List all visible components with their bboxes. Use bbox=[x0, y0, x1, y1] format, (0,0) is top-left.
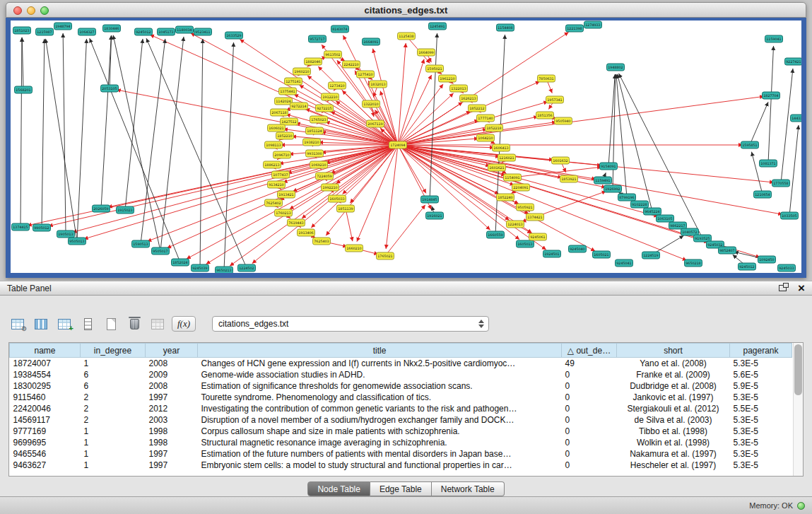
network-edge-black[interactable] bbox=[750, 102, 768, 145]
network-node[interactable]: 1224013 bbox=[507, 221, 524, 228]
network-node[interactable]: 7850631 bbox=[538, 75, 555, 82]
table-row[interactable]: 946554611997Estimation of the future num… bbox=[10, 448, 792, 460]
network-edge-red[interactable] bbox=[398, 145, 546, 250]
network-node[interactable]: 1443358 bbox=[791, 115, 802, 122]
network-node[interactable]: 1660210 bbox=[346, 245, 363, 252]
network-node[interactable]: 1992210 bbox=[322, 184, 339, 191]
network-node[interactable]: 1595021 bbox=[426, 65, 444, 72]
network-node[interactable]: 1081371 bbox=[760, 160, 777, 167]
network-edge-black[interactable] bbox=[495, 35, 505, 235]
network-node[interactable]: 1224502 bbox=[238, 264, 256, 271]
network-node[interactable]: 1765021 bbox=[377, 252, 394, 259]
network-node[interactable]: 1274933 bbox=[584, 21, 602, 28]
network-node[interactable]: 1915023 bbox=[117, 206, 134, 214]
network-edge-red[interactable] bbox=[398, 145, 782, 214]
new-table-icon[interactable] bbox=[102, 315, 120, 333]
network-node[interactable]: 1851023 bbox=[13, 27, 31, 34]
network-node[interactable]: 1852024 bbox=[172, 259, 189, 266]
network-node[interactable]: 7224059 bbox=[316, 173, 334, 180]
network-node[interactable]: 1961210 bbox=[439, 75, 457, 82]
network-edge-black[interactable] bbox=[146, 38, 247, 268]
network-node[interactable]: 1215987 bbox=[36, 28, 54, 35]
network-node[interactable]: 1724094 bbox=[389, 141, 407, 148]
network-edge-black[interactable] bbox=[768, 46, 774, 163]
network-node[interactable]: 9650218 bbox=[685, 259, 702, 267]
network-edge-red[interactable] bbox=[398, 59, 424, 145]
network-node[interactable]: 1664091 bbox=[363, 38, 380, 45]
network-node[interactable]: 1159041 bbox=[765, 35, 783, 42]
network-edge-red[interactable] bbox=[512, 167, 601, 177]
delete-table-icon[interactable] bbox=[125, 315, 143, 333]
network-node[interactable]: 1064327 bbox=[78, 28, 96, 35]
network-node[interactable]: 1077437 bbox=[272, 171, 290, 178]
network-canvas[interactable]: 1724094185102312159871948794106432718304… bbox=[6, 18, 806, 278]
network-node[interactable]: 2204091 bbox=[512, 184, 530, 191]
network-node[interactable]: 1033505 bbox=[781, 212, 799, 219]
network-node[interactable]: 9505940 bbox=[555, 117, 572, 124]
network-node[interactable]: 9572717 bbox=[309, 35, 326, 42]
network-node[interactable]: 1664099 bbox=[418, 49, 435, 56]
float-panel-icon[interactable] bbox=[779, 285, 787, 291]
function-builder-button[interactable]: f(x) bbox=[172, 315, 196, 333]
network-node[interactable]: 9245033 bbox=[778, 264, 796, 271]
network-edge-red[interactable] bbox=[398, 84, 443, 145]
network-node[interactable]: 1924501 bbox=[543, 250, 561, 257]
network-edge-red[interactable] bbox=[147, 145, 398, 241]
network-node[interactable]: 1275141 bbox=[285, 78, 302, 85]
network-node[interactable]: 9245041 bbox=[616, 259, 633, 267]
network-node[interactable]: 1913421 bbox=[278, 191, 295, 198]
network-node[interactable]: 1851356 bbox=[536, 112, 554, 119]
table-row[interactable]: 1872400712008Changes of HCN gene express… bbox=[10, 358, 792, 370]
table-row[interactable]: 969969511998Structural magnetic resonanc… bbox=[10, 437, 792, 448]
table-row[interactable]: 1938455462009Genome-wide association stu… bbox=[10, 369, 792, 380]
network-node[interactable]: 1224519 bbox=[642, 252, 660, 259]
network-node[interactable]: 9650213 bbox=[216, 267, 233, 273]
network-edge-red[interactable] bbox=[187, 145, 398, 259]
network-node[interactable]: 9245040 bbox=[569, 245, 587, 252]
network-node[interactable]: 7625402 bbox=[265, 199, 283, 206]
import-table-icon[interactable] bbox=[148, 315, 167, 333]
network-node[interactable]: 1852218 bbox=[486, 124, 503, 132]
network-edge-black[interactable] bbox=[616, 74, 627, 197]
network-node[interactable]: 1322013 bbox=[450, 85, 468, 92]
network-node[interactable]: 1069210 bbox=[310, 161, 328, 168]
network-node[interactable]: 1374421 bbox=[526, 214, 544, 221]
network-edge-black[interactable] bbox=[617, 74, 652, 211]
close-panel-icon[interactable]: × bbox=[798, 282, 805, 294]
network-node[interactable]: 9245012 bbox=[739, 263, 756, 270]
network-node[interactable]: 1852212 bbox=[469, 105, 486, 112]
network-node[interactable]: 9905012 bbox=[33, 224, 51, 231]
network-node[interactable]: 1777140 bbox=[477, 115, 495, 122]
network-node[interactable]: 8143074 bbox=[331, 25, 349, 33]
column-header-out_degree[interactable]: △ out_de… bbox=[562, 344, 617, 358]
network-edge-black[interactable] bbox=[46, 39, 77, 241]
table-row[interactable]: 911546021997Tourette syndrome. Phenomeno… bbox=[10, 392, 792, 403]
network-node[interactable]: 1760213 bbox=[275, 209, 293, 216]
network-node[interactable]: 7619443 bbox=[288, 219, 305, 226]
network-edge-black[interactable] bbox=[141, 39, 165, 244]
network-node[interactable]: 1273410 bbox=[329, 82, 346, 89]
network-edge-red[interactable] bbox=[398, 122, 556, 145]
table-row[interactable]: 1456911722003Disruption of a novel membe… bbox=[10, 414, 792, 426]
column-header-pagerank[interactable]: pagerank bbox=[730, 344, 792, 358]
network-node[interactable]: 9245061 bbox=[529, 233, 547, 240]
network-edge-black[interactable] bbox=[63, 33, 66, 234]
network-node[interactable]: 1905013 bbox=[57, 230, 75, 238]
network-node[interactable]: 1852240 bbox=[497, 194, 514, 201]
network-node[interactable]: 1374415 bbox=[12, 223, 30, 230]
network-node[interactable]: 9154091 bbox=[600, 163, 618, 170]
network-node[interactable]: 1914845 bbox=[421, 196, 439, 203]
table-row[interactable]: 977716911998Corpus callosum shape and si… bbox=[10, 426, 792, 437]
network-node[interactable]: 1957341 bbox=[546, 96, 564, 103]
network-node[interactable]: 1916021 bbox=[426, 212, 444, 219]
network-node[interactable]: 9245039 bbox=[192, 264, 209, 271]
new-column-icon[interactable]: + bbox=[55, 315, 73, 333]
network-edge-black[interactable] bbox=[789, 125, 799, 216]
network-node[interactable]: 1660559 bbox=[487, 231, 505, 238]
network-node[interactable]: 1606413 bbox=[493, 144, 510, 151]
network-edge-black[interactable] bbox=[22, 37, 23, 90]
network-edge-black[interactable] bbox=[200, 39, 203, 268]
network-node[interactable]: 1605013 bbox=[517, 240, 534, 247]
network-node[interactable]: 2096710 bbox=[273, 151, 291, 158]
network-node[interactable]: 1770558 bbox=[772, 180, 790, 187]
